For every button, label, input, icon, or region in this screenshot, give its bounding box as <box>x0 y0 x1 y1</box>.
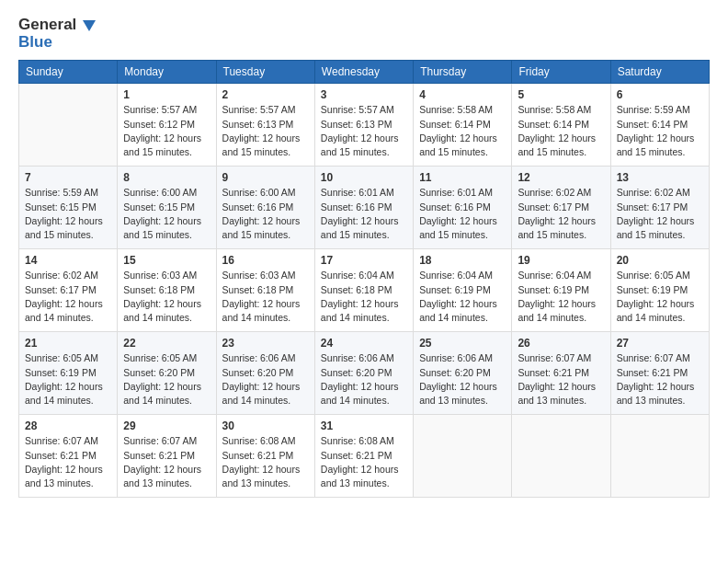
calendar-cell: 18Sunrise: 6:04 AMSunset: 6:19 PMDayligh… <box>414 249 512 332</box>
calendar-cell: 12Sunrise: 6:02 AMSunset: 6:17 PMDayligh… <box>512 167 610 249</box>
weekday-header-sunday: Sunday <box>19 61 118 84</box>
day-info: Sunrise: 6:05 AMSunset: 6:19 PMDaylight:… <box>617 269 703 325</box>
day-number: 13 <box>617 171 703 184</box>
calendar-cell <box>19 84 118 167</box>
calendar-cell <box>414 415 512 498</box>
calendar-cell: 19Sunrise: 6:04 AMSunset: 6:19 PMDayligh… <box>512 249 610 332</box>
day-info: Sunrise: 6:00 AMSunset: 6:16 PMDaylight:… <box>222 186 309 242</box>
weekday-header-thursday: Thursday <box>414 61 512 84</box>
calendar-cell: 25Sunrise: 6:06 AMSunset: 6:20 PMDayligh… <box>414 332 512 415</box>
day-info: Sunrise: 5:58 AMSunset: 6:14 PMDaylight:… <box>419 103 506 159</box>
logo: General Blue <box>18 17 96 51</box>
day-number: 18 <box>419 254 506 267</box>
calendar-cell: 5Sunrise: 5:58 AMSunset: 6:14 PMDaylight… <box>512 84 610 167</box>
calendar-cell: 1Sunrise: 5:57 AMSunset: 6:12 PMDaylight… <box>118 84 216 167</box>
weekday-header-monday: Monday <box>118 61 216 84</box>
page: General Blue SundayMondayTuesdayWednesda… <box>0 0 728 563</box>
calendar-cell: 29Sunrise: 6:07 AMSunset: 6:21 PMDayligh… <box>118 415 216 498</box>
calendar-cell: 2Sunrise: 5:57 AMSunset: 6:13 PMDaylight… <box>216 84 314 167</box>
day-info: Sunrise: 6:03 AMSunset: 6:18 PMDaylight:… <box>222 269 309 325</box>
calendar-cell: 10Sunrise: 6:01 AMSunset: 6:16 PMDayligh… <box>314 167 413 249</box>
day-info: Sunrise: 6:05 AMSunset: 6:20 PMDaylight:… <box>123 351 210 408</box>
calendar-cell <box>610 415 709 498</box>
calendar-cell: 17Sunrise: 6:04 AMSunset: 6:18 PMDayligh… <box>314 249 413 332</box>
calendar-week-row: 28Sunrise: 6:07 AMSunset: 6:21 PMDayligh… <box>19 415 710 498</box>
weekday-header-row: SundayMondayTuesdayWednesdayThursdayFrid… <box>19 61 710 84</box>
day-info: Sunrise: 6:01 AMSunset: 6:16 PMDaylight:… <box>419 186 506 242</box>
calendar-week-row: 14Sunrise: 6:02 AMSunset: 6:17 PMDayligh… <box>19 249 710 332</box>
calendar-cell: 11Sunrise: 6:01 AMSunset: 6:16 PMDayligh… <box>414 167 512 249</box>
calendar-cell: 28Sunrise: 6:07 AMSunset: 6:21 PMDayligh… <box>19 415 118 498</box>
day-number: 14 <box>25 254 111 267</box>
day-info: Sunrise: 5:57 AMSunset: 6:13 PMDaylight:… <box>321 103 407 159</box>
calendar-cell: 27Sunrise: 6:07 AMSunset: 6:21 PMDayligh… <box>610 332 709 415</box>
day-number: 1 <box>123 88 210 101</box>
day-info: Sunrise: 6:07 AMSunset: 6:21 PMDaylight:… <box>123 434 210 490</box>
day-info: Sunrise: 6:04 AMSunset: 6:19 PMDaylight:… <box>419 269 506 325</box>
weekday-header-friday: Friday <box>512 61 610 84</box>
calendar-cell: 6Sunrise: 5:59 AMSunset: 6:14 PMDaylight… <box>610 84 709 167</box>
day-info: Sunrise: 6:02 AMSunset: 6:17 PMDaylight:… <box>25 269 111 325</box>
day-info: Sunrise: 6:06 AMSunset: 6:20 PMDaylight:… <box>321 351 407 408</box>
day-number: 9 <box>222 171 309 184</box>
calendar-cell: 15Sunrise: 6:03 AMSunset: 6:18 PMDayligh… <box>118 249 216 332</box>
day-number: 29 <box>123 419 210 432</box>
day-info: Sunrise: 6:07 AMSunset: 6:21 PMDaylight:… <box>518 351 604 408</box>
day-number: 27 <box>617 337 703 350</box>
day-info: Sunrise: 6:06 AMSunset: 6:20 PMDaylight:… <box>222 351 309 408</box>
day-number: 21 <box>25 337 111 350</box>
day-info: Sunrise: 6:01 AMSunset: 6:16 PMDaylight:… <box>321 186 407 242</box>
calendar-week-row: 7Sunrise: 5:59 AMSunset: 6:15 PMDaylight… <box>19 167 710 249</box>
weekday-header-tuesday: Tuesday <box>216 61 314 84</box>
day-info: Sunrise: 5:57 AMSunset: 6:13 PMDaylight:… <box>222 103 309 159</box>
day-info: Sunrise: 6:08 AMSunset: 6:21 PMDaylight:… <box>321 434 407 490</box>
day-number: 30 <box>222 419 309 432</box>
day-number: 24 <box>321 337 407 350</box>
logo-text-block: General Blue <box>18 17 96 51</box>
day-number: 17 <box>321 254 407 267</box>
day-number: 31 <box>321 419 407 432</box>
day-number: 20 <box>617 254 703 267</box>
day-number: 19 <box>518 254 604 267</box>
calendar-cell: 24Sunrise: 6:06 AMSunset: 6:20 PMDayligh… <box>314 332 413 415</box>
calendar-cell: 16Sunrise: 6:03 AMSunset: 6:18 PMDayligh… <box>216 249 314 332</box>
calendar-cell: 4Sunrise: 5:58 AMSunset: 6:14 PMDaylight… <box>414 84 512 167</box>
day-info: Sunrise: 6:04 AMSunset: 6:18 PMDaylight:… <box>321 269 407 325</box>
logo-general: General <box>18 17 96 34</box>
calendar-cell: 20Sunrise: 6:05 AMSunset: 6:19 PMDayligh… <box>610 249 709 332</box>
day-number: 2 <box>222 88 309 101</box>
day-info: Sunrise: 5:59 AMSunset: 6:14 PMDaylight:… <box>617 103 703 159</box>
calendar-cell: 9Sunrise: 6:00 AMSunset: 6:16 PMDaylight… <box>216 167 314 249</box>
day-info: Sunrise: 6:08 AMSunset: 6:21 PMDaylight:… <box>222 434 309 490</box>
calendar-cell: 7Sunrise: 5:59 AMSunset: 6:15 PMDaylight… <box>19 167 118 249</box>
day-info: Sunrise: 6:07 AMSunset: 6:21 PMDaylight:… <box>25 434 111 490</box>
day-number: 15 <box>123 254 210 267</box>
calendar-cell: 3Sunrise: 5:57 AMSunset: 6:13 PMDaylight… <box>314 84 413 167</box>
logo-triangle-icon <box>83 20 96 31</box>
day-info: Sunrise: 6:06 AMSunset: 6:20 PMDaylight:… <box>419 351 506 408</box>
day-number: 12 <box>518 171 604 184</box>
logo-blue: Blue <box>18 34 96 52</box>
day-info: Sunrise: 6:02 AMSunset: 6:17 PMDaylight:… <box>617 186 703 242</box>
day-info: Sunrise: 6:03 AMSunset: 6:18 PMDaylight:… <box>123 269 210 325</box>
calendar-cell: 8Sunrise: 6:00 AMSunset: 6:15 PMDaylight… <box>118 167 216 249</box>
day-number: 4 <box>419 88 506 101</box>
calendar-week-row: 1Sunrise: 5:57 AMSunset: 6:12 PMDaylight… <box>19 84 710 167</box>
day-info: Sunrise: 6:05 AMSunset: 6:19 PMDaylight:… <box>25 351 111 408</box>
day-info: Sunrise: 6:04 AMSunset: 6:19 PMDaylight:… <box>518 269 604 325</box>
calendar-cell <box>512 415 610 498</box>
day-number: 16 <box>222 254 309 267</box>
weekday-header-saturday: Saturday <box>610 61 709 84</box>
day-number: 5 <box>518 88 604 101</box>
day-number: 3 <box>321 88 407 101</box>
day-info: Sunrise: 5:59 AMSunset: 6:15 PMDaylight:… <box>25 186 111 242</box>
calendar-cell: 22Sunrise: 6:05 AMSunset: 6:20 PMDayligh… <box>118 332 216 415</box>
day-info: Sunrise: 6:00 AMSunset: 6:15 PMDaylight:… <box>123 186 210 242</box>
day-number: 10 <box>321 171 407 184</box>
day-number: 8 <box>123 171 210 184</box>
day-number: 28 <box>25 419 111 432</box>
day-number: 25 <box>419 337 506 350</box>
calendar-week-row: 21Sunrise: 6:05 AMSunset: 6:19 PMDayligh… <box>19 332 710 415</box>
day-number: 7 <box>25 171 111 184</box>
calendar-cell: 23Sunrise: 6:06 AMSunset: 6:20 PMDayligh… <box>216 332 314 415</box>
